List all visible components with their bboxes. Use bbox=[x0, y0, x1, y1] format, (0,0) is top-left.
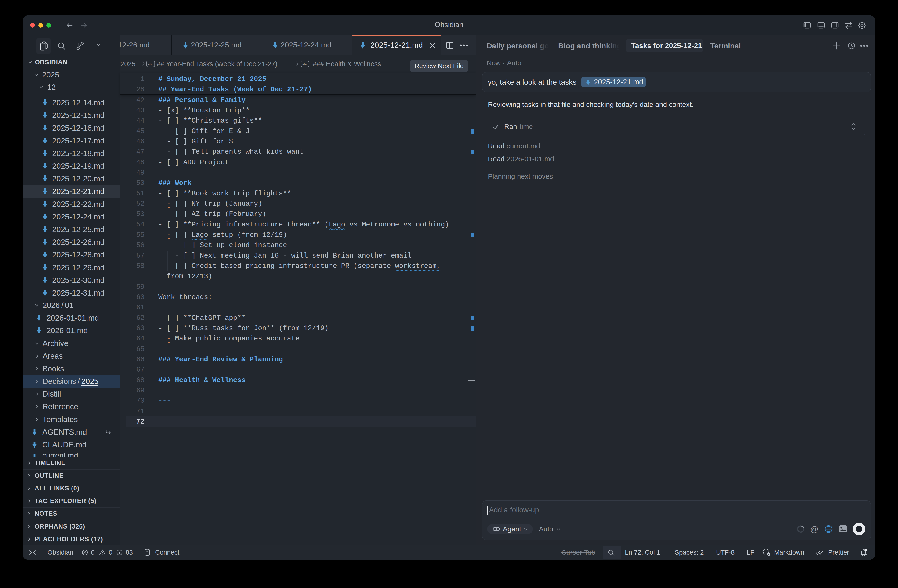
svg-text:abc: abc bbox=[302, 63, 308, 66]
svg-text:abc: abc bbox=[148, 63, 153, 66]
